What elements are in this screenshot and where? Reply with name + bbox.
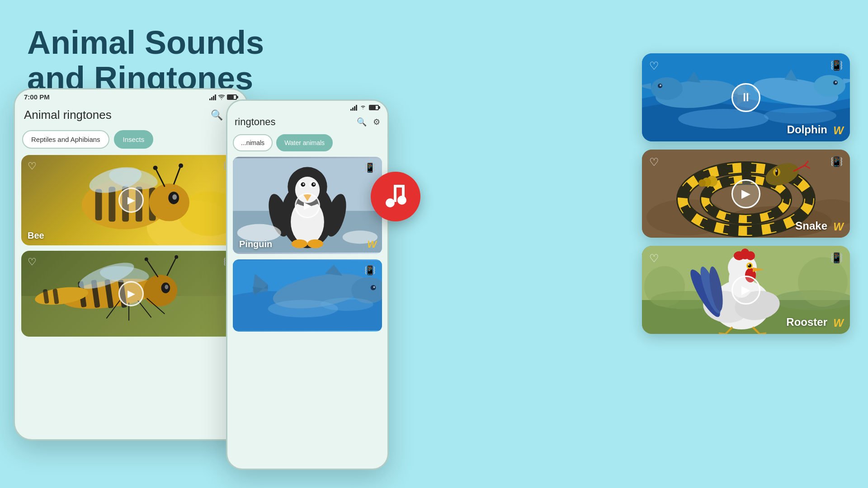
snake-play-icon: ▶ bbox=[741, 187, 750, 201]
dolphin-pause-button[interactable]: ⏸ bbox=[731, 83, 760, 112]
rooster-big-card: ♡ 📳 ▶ Rooster W bbox=[642, 246, 850, 334]
svg-point-56 bbox=[292, 239, 307, 248]
search-icon[interactable]: 🔍 bbox=[211, 109, 223, 121]
svg-point-90 bbox=[835, 81, 837, 83]
dolphin-pause-icon: ⏸ bbox=[740, 90, 752, 104]
bee-heart-icon[interactable]: ♡ bbox=[28, 160, 37, 172]
status-bar-2 bbox=[227, 101, 387, 114]
status-icons-1 bbox=[209, 94, 238, 100]
svg-point-65 bbox=[373, 286, 375, 288]
phone2-categories: ...nimals Water animals bbox=[227, 132, 387, 157]
rooster-play-button[interactable]: ▶ bbox=[731, 276, 760, 305]
category-animals-2[interactable]: ...nimals bbox=[233, 134, 273, 151]
phone1-categories: Reptiles and Aphibians Insects bbox=[15, 127, 247, 155]
dolphin-label: Dolphin bbox=[787, 123, 827, 136]
svg-point-15 bbox=[153, 166, 158, 170]
penguin-play-icon: ▶ bbox=[304, 200, 311, 211]
svg-line-16 bbox=[174, 167, 180, 185]
penguin-label: Pinguin bbox=[239, 239, 272, 249]
category-insects[interactable]: Insects bbox=[114, 130, 154, 149]
svg-point-121 bbox=[644, 266, 685, 307]
time-display: 7:00 PM bbox=[24, 93, 50, 101]
snake-phone-icon[interactable]: 📳 bbox=[830, 156, 843, 168]
wasp-card: ♡ 📳 ▶ bbox=[21, 251, 241, 337]
svg-point-120 bbox=[798, 257, 848, 307]
svg-point-57 bbox=[307, 239, 323, 248]
music-note-icon bbox=[382, 183, 409, 210]
dolphin-card-small: 📳 bbox=[233, 259, 382, 332]
rooster-play-icon: ▶ bbox=[741, 283, 750, 297]
svg-rect-75 bbox=[402, 185, 405, 200]
phone2-title: ringtones bbox=[235, 116, 276, 128]
status-bar-1: 7:00 PM bbox=[15, 89, 247, 104]
snake-heart-icon[interactable]: ♡ bbox=[649, 156, 659, 169]
search-icon-2[interactable]: 🔍 bbox=[357, 117, 367, 127]
rooster-phone-icon[interactable]: 📳 bbox=[830, 252, 843, 264]
phone-mockup-2: ringtones 🔍 ⚙ ...nimals Water animals bbox=[226, 99, 389, 470]
wasp-heart-icon[interactable]: ♡ bbox=[28, 256, 37, 268]
phone2-header-icons: 🔍 ⚙ bbox=[357, 117, 380, 127]
svg-point-86 bbox=[814, 75, 845, 97]
snake-play-button[interactable]: ▶ bbox=[731, 179, 760, 208]
svg-point-93 bbox=[678, 109, 769, 129]
phone2-card-grid: 📳 ▶ Pinguin W bbox=[227, 157, 387, 332]
svg-point-9 bbox=[149, 183, 189, 221]
rooster-w-logo: W bbox=[833, 317, 844, 329]
penguin-play-button[interactable]: ▶ bbox=[295, 193, 320, 218]
svg-point-134 bbox=[748, 264, 750, 266]
right-cards-container: ♡ 📳 ⏸ Dolphin W bbox=[642, 53, 850, 334]
snake-w-logo: W bbox=[833, 221, 844, 233]
wasp-play-button[interactable]: ▶ bbox=[118, 281, 144, 306]
phone-mockup-1: 7:00 PM Animal ringtone bbox=[14, 88, 249, 441]
main-title: Animal Sounds and Ringtones bbox=[27, 25, 264, 96]
bee-card: ♡ 📳 ▶ Bee W bbox=[21, 155, 241, 245]
svg-point-11 bbox=[172, 194, 177, 200]
svg-point-111 bbox=[775, 169, 778, 176]
penguin-phone-icon[interactable]: 📳 bbox=[364, 162, 376, 173]
dolphin-small-phone-icon[interactable]: 📳 bbox=[364, 265, 376, 276]
svg-point-27 bbox=[165, 285, 168, 289]
music-app-icon[interactable] bbox=[371, 172, 420, 221]
bee-label: Bee bbox=[28, 230, 44, 241]
wifi-icon bbox=[218, 94, 225, 100]
svg-point-112 bbox=[775, 169, 777, 172]
snake-big-card: ♡ 📳 ▶ Snake W bbox=[642, 150, 850, 238]
svg-point-82 bbox=[660, 84, 661, 86]
rooster-label: Rooster bbox=[786, 316, 827, 328]
svg-point-31 bbox=[175, 255, 178, 259]
dolphin-heart-icon[interactable]: ♡ bbox=[649, 60, 659, 72]
dolphin-small-image bbox=[233, 259, 382, 332]
battery-icon-2 bbox=[369, 104, 380, 111]
svg-point-71 bbox=[386, 198, 395, 207]
penguin-card: 📳 ▶ Pinguin W bbox=[233, 157, 382, 254]
category-reptiles[interactable]: Reptiles and Aphibians bbox=[22, 130, 109, 149]
dolphin-phone-icon[interactable]: 📳 bbox=[830, 60, 843, 71]
svg-point-129 bbox=[746, 251, 755, 260]
battery-icon bbox=[227, 94, 238, 100]
svg-point-52 bbox=[313, 183, 315, 185]
category-water[interactable]: Water animals bbox=[276, 134, 333, 151]
phone2-header: ringtones 🔍 ⚙ bbox=[227, 114, 387, 132]
settings-icon-2[interactable]: ⚙ bbox=[373, 117, 380, 127]
svg-point-70 bbox=[321, 298, 373, 311]
svg-point-115 bbox=[698, 179, 706, 187]
dolphin-big-card: ♡ 📳 ⏸ Dolphin W bbox=[642, 53, 850, 141]
svg-point-78 bbox=[651, 77, 683, 100]
svg-point-64 bbox=[371, 285, 376, 291]
signal-icon-2 bbox=[350, 104, 357, 111]
penguin-w-logo: W bbox=[367, 239, 377, 250]
signal-icon bbox=[209, 94, 216, 100]
bee-play-button[interactable]: ▶ bbox=[118, 188, 144, 213]
wifi-icon-2 bbox=[360, 104, 366, 109]
phone1-card-grid: ♡ 📳 ▶ Bee W bbox=[15, 155, 247, 337]
phone1-header: Animal ringtones 🔍 ⚙ bbox=[15, 104, 247, 127]
phone1-title: Animal ringtones bbox=[24, 108, 112, 122]
rooster-heart-icon[interactable]: ♡ bbox=[649, 252, 659, 265]
bee-play-icon: ▶ bbox=[127, 194, 135, 206]
svg-rect-4 bbox=[95, 189, 102, 220]
dolphin-w-logo: W bbox=[833, 124, 844, 137]
svg-point-94 bbox=[764, 108, 836, 124]
svg-point-51 bbox=[302, 183, 304, 185]
svg-point-17 bbox=[179, 164, 183, 168]
snake-label: Snake bbox=[795, 220, 827, 232]
